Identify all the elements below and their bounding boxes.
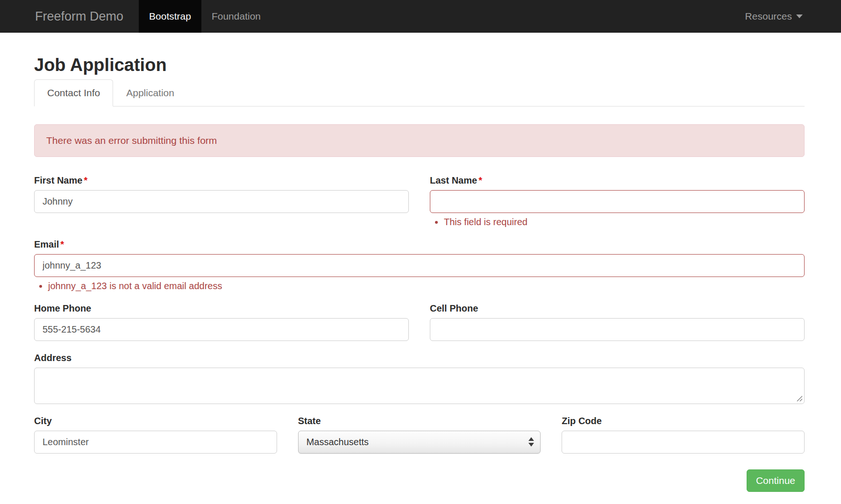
name-row: First Name* Last Name* This field is req… bbox=[34, 175, 805, 227]
email-input[interactable] bbox=[34, 254, 805, 277]
tab-contact-info[interactable]: Contact Info bbox=[34, 79, 113, 106]
last-name-label: Last Name* bbox=[430, 175, 805, 186]
email-group: Email* johnny_a_123 is not a valid email… bbox=[34, 239, 805, 291]
page-container: Job Application Contact Info Application… bbox=[0, 56, 841, 492]
job-application-form: First Name* Last Name* This field is req… bbox=[34, 175, 805, 492]
nav-item-bootstrap[interactable]: Bootstrap bbox=[139, 0, 201, 33]
error-message: johnny_a_123 is not a valid email addres… bbox=[48, 280, 805, 291]
required-asterisk: * bbox=[84, 175, 87, 185]
form-tabs: Contact Info Application bbox=[34, 79, 805, 106]
city-group: City bbox=[34, 415, 277, 454]
state-label: State bbox=[298, 415, 541, 426]
last-name-input[interactable] bbox=[430, 190, 805, 213]
phone-row: Home Phone Cell Phone bbox=[34, 303, 805, 341]
last-name-group: Last Name* This field is required bbox=[430, 175, 805, 227]
city-state-zip-row: City State Massachusetts Zip Code bbox=[34, 415, 805, 454]
nav-right: Resources bbox=[735, 0, 813, 33]
cell-phone-input[interactable] bbox=[430, 318, 805, 341]
home-phone-input[interactable] bbox=[34, 318, 409, 341]
main-nav: Bootstrap Foundation bbox=[139, 0, 271, 33]
required-asterisk: * bbox=[60, 239, 64, 249]
address-group: Address bbox=[34, 352, 805, 404]
first-name-group: First Name* bbox=[34, 175, 409, 227]
email-label: Email* bbox=[34, 239, 805, 250]
brand-link[interactable]: Freeform Demo bbox=[25, 0, 133, 33]
cell-phone-label: Cell Phone bbox=[430, 303, 805, 314]
email-label-text: Email bbox=[34, 239, 59, 249]
state-select-value: Massachusetts bbox=[306, 437, 369, 447]
state-select[interactable]: Massachusetts bbox=[298, 431, 541, 454]
state-group: State Massachusetts bbox=[298, 415, 541, 454]
city-label: City bbox=[34, 415, 277, 426]
first-name-label-text: First Name bbox=[34, 175, 82, 185]
last-name-errors: This field is required bbox=[430, 216, 805, 227]
address-label: Address bbox=[34, 352, 805, 363]
tab-application[interactable]: Application bbox=[113, 79, 187, 106]
chevron-down-icon bbox=[796, 14, 803, 18]
select-arrows-icon bbox=[528, 437, 534, 447]
resources-dropdown[interactable]: Resources bbox=[735, 0, 813, 33]
error-message: This field is required bbox=[444, 216, 805, 227]
cell-phone-group: Cell Phone bbox=[430, 303, 805, 341]
continue-button[interactable]: Continue bbox=[747, 469, 805, 492]
form-error-alert-text: There was an error submitting this form bbox=[46, 135, 217, 146]
address-textarea-wrap bbox=[34, 368, 805, 404]
resources-label: Resources bbox=[745, 11, 792, 22]
home-phone-label: Home Phone bbox=[34, 303, 409, 314]
submit-row: Continue bbox=[34, 469, 805, 492]
page-title: Job Application bbox=[34, 56, 805, 75]
required-asterisk: * bbox=[478, 175, 482, 185]
nav-item-foundation[interactable]: Foundation bbox=[201, 0, 271, 33]
home-phone-group: Home Phone bbox=[34, 303, 409, 341]
zip-input[interactable] bbox=[562, 431, 805, 454]
address-row: Address bbox=[34, 352, 805, 404]
form-error-alert: There was an error submitting this form bbox=[34, 124, 805, 157]
first-name-label: First Name* bbox=[34, 175, 409, 186]
first-name-input[interactable] bbox=[34, 190, 409, 213]
zip-group: Zip Code bbox=[562, 415, 805, 454]
address-textarea[interactable] bbox=[34, 368, 805, 404]
email-errors: johnny_a_123 is not a valid email addres… bbox=[34, 280, 805, 291]
city-input[interactable] bbox=[34, 431, 277, 454]
last-name-label-text: Last Name bbox=[430, 175, 477, 185]
zip-label: Zip Code bbox=[562, 415, 805, 426]
email-row: Email* johnny_a_123 is not a valid email… bbox=[34, 239, 805, 291]
top-navbar: Freeform Demo Bootstrap Foundation Resou… bbox=[0, 0, 841, 33]
